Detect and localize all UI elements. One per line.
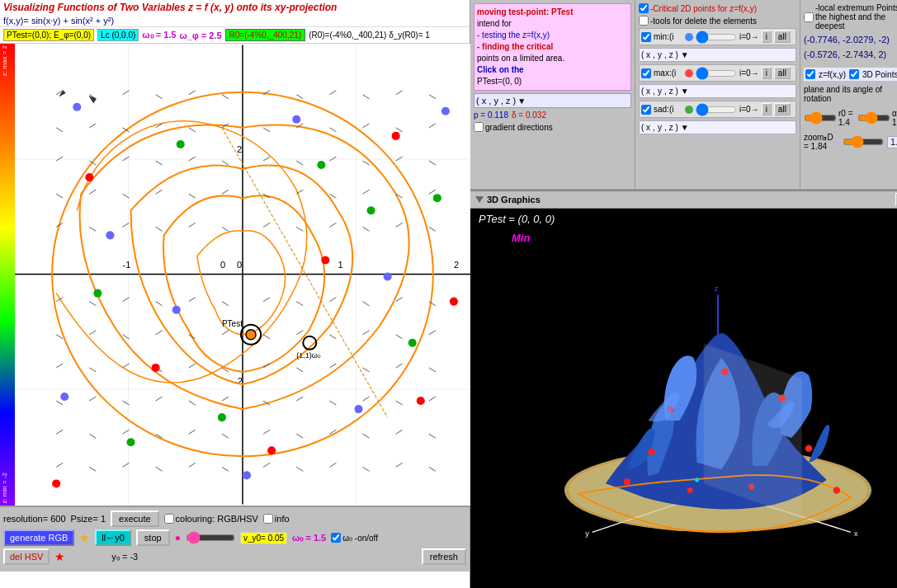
min-i-button[interactable]: i xyxy=(762,31,772,43)
bottom-controls: resolution= 600 Psize= 1 execute colouri… xyxy=(0,506,470,572)
plot-area[interactable]: 2 1 0 -1 2 0 -2 xyxy=(15,44,470,506)
max-y-label: y xyxy=(658,87,662,96)
svg-point-163 xyxy=(408,339,417,347)
right-panel: moving test-point: PTest intend for - te… xyxy=(470,0,897,588)
canvas-area[interactable]: z: max = 2 z: min = -2 xyxy=(0,44,470,506)
svg-point-167 xyxy=(292,115,300,124)
svg-point-160 xyxy=(367,206,375,214)
graphics-3d-content[interactable]: PTest = (0, 0, 0) Min z xyxy=(470,209,897,588)
graphics-3d-header: 3D Graphics ✕ xyxy=(470,191,897,209)
info-line4: - finding the critical xyxy=(477,42,553,51)
del-hsv-button[interactable]: del HSV xyxy=(3,548,50,565)
svg-point-173 xyxy=(243,471,251,479)
graphics-3d-title: 3D Graphics xyxy=(475,195,541,205)
svg-point-164 xyxy=(126,438,135,446)
w0-onoff-checkbox[interactable] xyxy=(331,533,341,543)
stop-button[interactable]: stop xyxy=(136,529,170,546)
min-z-label: z ) xyxy=(669,50,678,59)
gradient-checkbox[interactable] xyxy=(474,122,484,132)
min-all-button[interactable]: all xyxy=(774,31,791,43)
zfxy-checkbox[interactable] xyxy=(805,69,815,79)
max-checkbox[interactable] xyxy=(641,68,651,78)
svg-point-203 xyxy=(695,477,699,482)
colouring-checkbox[interactable] xyxy=(164,514,174,524)
extremum-val2: (-0.5726, -2.7434, 2) xyxy=(804,48,897,63)
generate-rgb-button[interactable]: generate RGB xyxy=(3,529,74,546)
min-slider[interactable] xyxy=(696,31,737,43)
zfxy-label: z=f(x,y) xyxy=(819,70,846,79)
r0-control: r0 = 1.4 xyxy=(804,109,854,127)
bottom-row2: generate RGB ★ ll←y0 stop ● v_y0= 0.05 ω… xyxy=(3,529,466,546)
zoom-slider[interactable] xyxy=(843,136,884,148)
svg-point-196 xyxy=(648,449,654,455)
tools-checkbox[interactable] xyxy=(639,16,649,26)
svg-text:0: 0 xyxy=(220,260,225,270)
info-line6: Click on the xyxy=(477,65,524,74)
svg-point-166 xyxy=(433,194,441,202)
svg-point-201 xyxy=(687,487,693,493)
p-value: p = 0.118 xyxy=(474,111,508,120)
plot-svg[interactable]: 2 1 0 -1 2 0 -2 xyxy=(15,44,470,506)
svg-text:0: 0 xyxy=(237,260,242,270)
max-slider[interactable] xyxy=(696,68,737,79)
w0-onoff-label: ω₀ -on/off xyxy=(331,533,378,543)
plane-label: plane and its angle of rotation xyxy=(804,85,897,103)
execute-button[interactable]: execute xyxy=(111,510,159,527)
min-label: min:(i xyxy=(654,32,682,41)
pink-circle-icon: ● xyxy=(175,532,181,543)
r0-box: R0=(-4%0,_400,21) xyxy=(225,29,306,41)
sad-y-label: y xyxy=(658,123,662,132)
extremum-label: -local extremum Points the highest and t… xyxy=(815,3,897,31)
formula-display: f(x,y)= sin(x·y) + sin(x² + y²) xyxy=(3,16,114,26)
zoom-control: zoom₃D = 1.84 1.84 xyxy=(804,133,897,151)
max-all-button[interactable]: all xyxy=(774,67,791,79)
info-checkbox[interactable] xyxy=(263,514,273,524)
plot-3d-svg[interactable]: z x y 2 1 PT xyxy=(536,209,897,588)
tools-label: -tools for delete the elements xyxy=(650,16,757,26)
min-i-label: i=0→ xyxy=(739,32,759,41)
z-axis-gradient: z: max = 2 z: min = -2 xyxy=(0,44,15,506)
sad-all-button[interactable]: all xyxy=(774,103,791,115)
max-z-label: z ) xyxy=(669,87,678,96)
lc-label: Lc (0,0,0) xyxy=(97,29,139,41)
formula-bar: f(x,y)= sin(x·y) + sin(x² + y²) xyxy=(0,15,470,27)
sad-i-button[interactable]: i xyxy=(762,103,772,115)
max-color-dot xyxy=(685,69,693,78)
z-max-label: z: max = 2 xyxy=(1,45,8,76)
max-label: max:(i xyxy=(654,68,682,78)
r0-slider[interactable] xyxy=(804,112,837,124)
svg-point-155 xyxy=(417,397,425,405)
w0-onoff-text: ω₀ -on/off xyxy=(342,534,378,543)
critical-checkbox[interactable] xyxy=(639,3,649,13)
svg-text:-1: -1 xyxy=(122,260,130,270)
extremum-checkbox[interactable] xyxy=(804,12,814,22)
max-row: max:(i i=0→ i all xyxy=(639,64,796,82)
min-checkbox[interactable] xyxy=(641,32,651,42)
sad-color-dot xyxy=(685,106,693,114)
vy0-slider[interactable] xyxy=(186,532,235,543)
comma3: , xyxy=(653,87,655,96)
sad-checkbox[interactable] xyxy=(641,105,651,115)
comma2: , xyxy=(664,50,667,59)
red-star-icon: ★ xyxy=(54,550,65,563)
info-label: info xyxy=(275,514,290,524)
refresh-button[interactable]: refresh xyxy=(422,548,466,565)
svg-point-169 xyxy=(384,272,392,280)
svg-text:(1,1)ω₀: (1,1)ω₀ xyxy=(296,351,321,360)
tools-checkbox-row: -tools for delete the elements xyxy=(639,16,796,26)
sad-slider[interactable] xyxy=(696,104,737,115)
comma1: , xyxy=(653,50,655,59)
svg-point-156 xyxy=(267,446,276,454)
max-i-button[interactable]: i xyxy=(762,67,772,79)
alpha-slider[interactable] xyxy=(857,112,890,124)
ll-y0-button[interactable]: ll←y0 xyxy=(95,529,131,546)
points3d-checkbox[interactable] xyxy=(849,69,859,79)
resolution-label: resolution= 600 xyxy=(3,514,66,524)
info-line2: intend for xyxy=(477,19,512,28)
max-i-label: i=0→ xyxy=(739,68,759,78)
graphics-3d-label: 3D Graphics xyxy=(487,195,541,205)
critical-panel: -Critical 2D points for z=f(x,y) -tools … xyxy=(635,0,800,189)
extremum-values: (-0.7746, -2.0279, -2) (-0.5726, -2.7434… xyxy=(804,33,897,62)
critical-label: -Critical 2D points for z=f(x,y) xyxy=(650,4,757,13)
svg-point-161 xyxy=(93,289,102,298)
